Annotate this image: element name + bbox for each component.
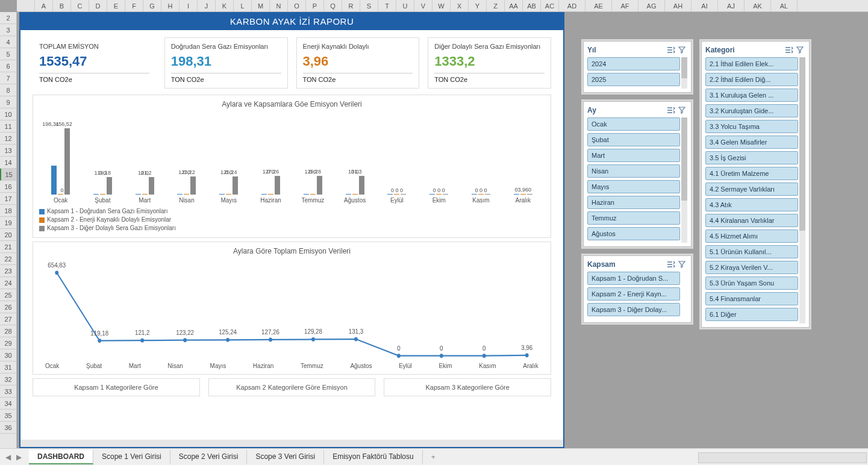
- row-8[interactable]: 8: [0, 84, 16, 96]
- row-13[interactable]: 13: [0, 145, 16, 157]
- col-T[interactable]: T: [378, 0, 396, 11]
- row-3[interactable]: 3: [0, 24, 16, 36]
- slicer-item[interactable]: Şubat: [587, 133, 680, 146]
- col-V[interactable]: V: [414, 0, 432, 11]
- col-K[interactable]: K: [216, 0, 234, 11]
- row-19[interactable]: 19: [0, 217, 16, 229]
- col-AB[interactable]: AB: [523, 0, 541, 11]
- row-34[interactable]: 34: [0, 398, 16, 410]
- col-M[interactable]: M: [252, 0, 270, 11]
- row-5[interactable]: 5: [0, 48, 16, 60]
- slicer-item[interactable]: 4.4 Kiralanan Varlıklar: [705, 214, 798, 227]
- slicer-item[interactable]: 3.4 Gelen Misafirler: [705, 136, 798, 149]
- clear-filter-icon[interactable]: [676, 105, 687, 115]
- row-7[interactable]: 7: [0, 72, 16, 84]
- multiselect-icon[interactable]: [666, 45, 676, 55]
- col-E[interactable]: E: [107, 0, 125, 11]
- row-25[interactable]: 25: [0, 289, 16, 301]
- slicer-item[interactable]: 6.1 Diğer: [705, 308, 798, 321]
- col-U[interactable]: U: [396, 0, 414, 11]
- row-15[interactable]: 15: [0, 169, 16, 181]
- col-AF[interactable]: AF: [612, 0, 639, 11]
- slicer-item[interactable]: Haziran: [587, 196, 680, 209]
- slicer-item[interactable]: 4.5 Hizmet Alımı: [705, 229, 798, 243]
- col-G[interactable]: G: [143, 0, 161, 11]
- slicer-yil[interactable]: Yıl20242025: [583, 41, 692, 93]
- slicer-item[interactable]: Kapsam 3 - Diğer Dolay...: [587, 303, 680, 316]
- slicer-kapsam[interactable]: KapsamKapsam 1 - Doğrudan S...Kapsam 2 -…: [583, 255, 692, 323]
- grouped-chart-box[interactable]: Aylara ve Kapsamlara Göe Emisyon Veriler…: [33, 95, 551, 238]
- horizontal-scrollbar[interactable]: [698, 452, 867, 463]
- row-27[interactable]: 27: [0, 313, 16, 325]
- col-D[interactable]: D: [89, 0, 107, 11]
- add-sheet-button[interactable]: +: [423, 451, 444, 464]
- row-14[interactable]: 14: [0, 157, 16, 169]
- row-12[interactable]: 12: [0, 133, 16, 145]
- col-X[interactable]: X: [451, 0, 469, 11]
- col-Z[interactable]: Z: [487, 0, 505, 11]
- sheet-tab[interactable]: Scope 2 Veri Girisi: [170, 450, 248, 464]
- col-AL[interactable]: AL: [771, 0, 798, 11]
- col-P[interactable]: P: [306, 0, 324, 11]
- row-23[interactable]: 23: [0, 265, 16, 277]
- slicer-item[interactable]: Nisan: [587, 164, 680, 178]
- slicer-item[interactable]: Ağustos: [587, 227, 680, 240]
- multiselect-icon[interactable]: [666, 105, 676, 115]
- clear-filter-icon[interactable]: [676, 260, 687, 269]
- col-F[interactable]: F: [125, 0, 143, 11]
- col-AD[interactable]: AD: [559, 0, 585, 11]
- col-AJ[interactable]: AJ: [718, 0, 745, 11]
- tab-next-icon[interactable]: ▶: [14, 453, 23, 461]
- col-R[interactable]: R: [342, 0, 360, 11]
- sheet-tab[interactable]: Scope 3 Veri Girisi: [247, 450, 324, 464]
- sheet-tab[interactable]: DASHBOARD: [29, 450, 93, 464]
- col-S[interactable]: S: [360, 0, 378, 11]
- col-AE[interactable]: AE: [585, 0, 612, 11]
- row-18[interactable]: 18: [0, 205, 16, 217]
- sheet-tab[interactable]: Scope 1 Veri Girisi: [93, 450, 170, 464]
- slicer-item[interactable]: 3.1 Kuruluşa Gelen ...: [705, 89, 798, 102]
- sub-chart-3[interactable]: Kapsam 3 Kategorilere Göre: [384, 378, 551, 396]
- slicer-item[interactable]: 4.2 Sermaye Varlıkları: [705, 183, 798, 196]
- sub-chart-2[interactable]: Kapsam 2 Kategorilere Göre Emisyon: [208, 378, 376, 396]
- multiselect-icon[interactable]: [784, 45, 795, 55]
- row-21[interactable]: 21: [0, 241, 16, 253]
- slicer-item[interactable]: Ocak: [587, 117, 680, 131]
- row-2[interactable]: 2: [0, 12, 16, 24]
- row-26[interactable]: 26: [0, 301, 16, 313]
- slicer-scrollbar[interactable]: [681, 117, 687, 243]
- row-24[interactable]: 24: [0, 277, 16, 289]
- col-C[interactable]: C: [71, 0, 89, 11]
- col-W[interactable]: W: [432, 0, 451, 11]
- slicer-item[interactable]: 5.4 Finansmanlar: [705, 292, 798, 305]
- clear-filter-icon[interactable]: [795, 45, 805, 55]
- slicer-item[interactable]: 5.2 Kiraya Verilen V...: [705, 261, 798, 274]
- row-6[interactable]: 6: [0, 60, 16, 72]
- slicer-item[interactable]: Kapsam 1 - Doğrudan S...: [587, 272, 680, 285]
- slicer-ay[interactable]: AyOcakŞubatMartNisanMayısHaziranTemmuzAğ…: [583, 101, 692, 247]
- slicer-item[interactable]: Mart: [587, 149, 680, 162]
- slicer-item[interactable]: 2.2 İthal Edilen Diğ...: [705, 73, 798, 86]
- slicer-item[interactable]: 2025: [587, 73, 680, 86]
- row-32[interactable]: 32: [0, 373, 16, 385]
- row-16[interactable]: 16: [0, 181, 16, 193]
- col-L[interactable]: L: [234, 0, 252, 11]
- tab-prev-icon[interactable]: ◀: [4, 453, 12, 461]
- col-Q[interactable]: Q: [324, 0, 342, 11]
- row-35[interactable]: 35: [0, 410, 16, 422]
- slicer-item[interactable]: 5.3 Ürün Yaşam Sonu: [705, 276, 798, 290]
- row-11[interactable]: 11: [0, 120, 16, 133]
- row-30[interactable]: 30: [0, 349, 16, 361]
- multiselect-icon[interactable]: [666, 260, 676, 269]
- col-AG[interactable]: AG: [639, 0, 665, 11]
- row-4[interactable]: 4: [0, 36, 16, 48]
- col-AH[interactable]: AH: [665, 0, 692, 11]
- col-[interactable]: [17, 0, 35, 11]
- slicer-item[interactable]: 4.1 Üretim Malzeme: [705, 167, 798, 180]
- slicer-item[interactable]: 3.5 İş Gezisi: [705, 151, 798, 164]
- clear-filter-icon[interactable]: [676, 45, 687, 55]
- row-20[interactable]: 20: [0, 229, 16, 241]
- slicer-item[interactable]: 4.3 Atık: [705, 198, 798, 211]
- row-31[interactable]: 31: [0, 361, 16, 373]
- slicer-item[interactable]: 2024: [587, 57, 680, 70]
